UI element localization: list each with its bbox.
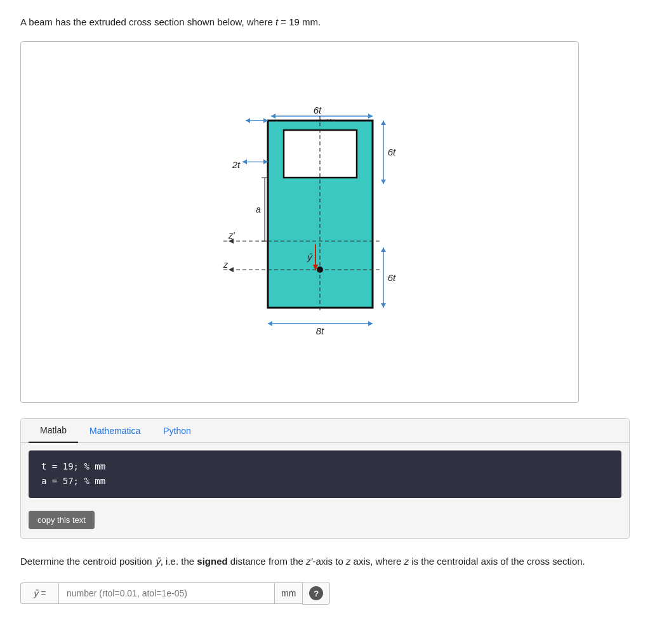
svg-marker-19	[229, 267, 234, 272]
help-button[interactable]: ?	[302, 582, 330, 605]
svg-marker-2	[368, 114, 373, 119]
svg-marker-7	[381, 247, 386, 252]
label-6t-right-top: 6t	[388, 147, 396, 157]
label-2t: 2t	[232, 159, 241, 170]
zprime-label: z′	[306, 556, 312, 567]
answer-input[interactable]	[58, 582, 274, 604]
ybar-label: ȳ	[155, 556, 161, 567]
tab-python[interactable]: Python	[152, 419, 202, 443]
problem-text: Determine the centroid position ȳ, i.e. …	[20, 554, 630, 569]
code-line-2: a = 57; % mm	[41, 474, 609, 489]
z-label: z	[346, 556, 351, 567]
svg-marker-14	[242, 159, 247, 164]
svg-marker-23	[368, 321, 373, 326]
label-a: a	[256, 204, 261, 214]
tabs-header: Matlab Mathematica Python	[21, 419, 629, 443]
svg-marker-8	[381, 303, 386, 308]
label-8t: 8t	[316, 325, 324, 336]
copy-button[interactable]: copy this text	[29, 511, 95, 529]
intro-text: A beam has the extruded cross section sh…	[20, 15, 630, 30]
z-label-2: z	[404, 556, 409, 567]
cross-section-diagram: 6t ▲ y 6t 6t 2t a z′	[147, 60, 452, 384]
label-z: z	[223, 260, 229, 270]
tab-mathematica[interactable]: Mathematica	[78, 419, 152, 443]
code-block: t = 19; % mm a = 57; % mm	[29, 450, 621, 499]
answer-unit: mm	[274, 582, 302, 604]
help-icon: ?	[309, 586, 323, 600]
svg-marker-10	[246, 118, 250, 123]
diagram-container: 6t ▲ y 6t 6t 2t a z′	[20, 41, 579, 403]
variable-t: t	[275, 16, 278, 27]
svg-marker-22	[268, 321, 272, 326]
label-6t-top: 6t	[314, 105, 322, 115]
centroid-dot	[317, 266, 323, 273]
label-z-prime: z′	[228, 230, 235, 240]
tabs-container: Matlab Mathematica Python t = 19; % mm a…	[20, 418, 630, 539]
svg-marker-4	[381, 121, 386, 125]
svg-marker-5	[381, 180, 386, 184]
label-6t-right-bottom: 6t	[388, 272, 396, 283]
answer-label: ȳ =	[20, 582, 58, 604]
svg-marker-1	[271, 114, 275, 119]
tab-matlab[interactable]: Matlab	[29, 419, 78, 443]
answer-row: ȳ = mm ?	[20, 582, 630, 605]
signed-word: signed	[197, 556, 227, 567]
code-line-1: t = 19; % mm	[41, 459, 609, 475]
